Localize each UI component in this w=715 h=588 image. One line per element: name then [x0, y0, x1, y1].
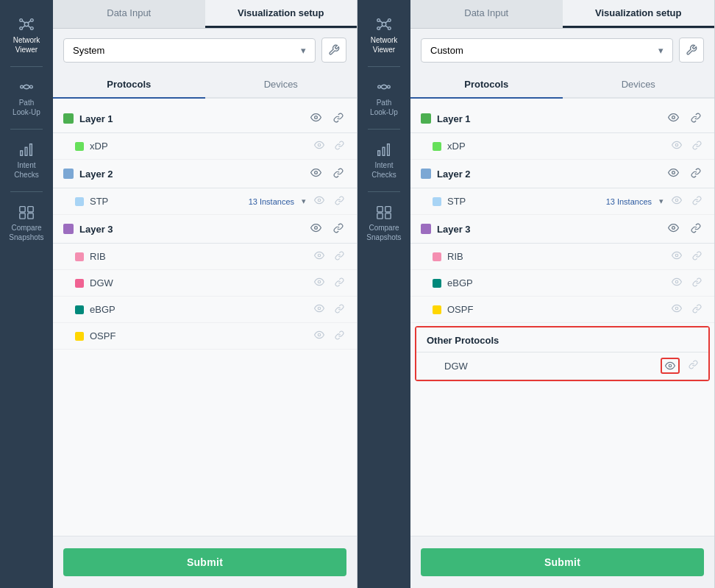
right-xdp-link-button[interactable]: [690, 139, 704, 154]
compare-snapshots-icon: [18, 204, 35, 220]
left-ospf-link-button[interactable]: [332, 329, 346, 344]
left-dgw-link-button[interactable]: [332, 276, 346, 291]
left-ebgp-eye-button[interactable]: [312, 302, 327, 317]
eye-icon-dimmed: [672, 250, 682, 261]
right-ebgp-link-button[interactable]: [690, 276, 704, 291]
left-ebgp-link-button[interactable]: [332, 302, 346, 317]
right-stp-eye-button[interactable]: [669, 194, 684, 209]
left-sub-tab-devices[interactable]: Devices: [205, 71, 358, 99]
right-ospf-eye-button[interactable]: [669, 302, 684, 317]
right-ospf-link-button[interactable]: [690, 302, 704, 317]
right-rib-eye-button[interactable]: [669, 249, 684, 264]
right-tab-viz-setup[interactable]: Visualization setup: [563, 0, 715, 28]
right-layer2-link-button[interactable]: [688, 166, 704, 182]
left-dropdown[interactable]: System ▾: [63, 38, 316, 63]
svg-point-49: [672, 227, 675, 230]
left-tabs-row: Data Input Visualization setup: [53, 0, 357, 29]
right-ebgp-eye-button[interactable]: [669, 275, 684, 291]
left-tab-viz-setup[interactable]: Visualization setup: [205, 0, 358, 28]
right-sub-tabs: Protocols Devices: [410, 71, 714, 99]
left-layer1-eye-button[interactable]: [307, 110, 324, 127]
mid-sidebar-item-intent-checks[interactable]: IntentChecks: [358, 132, 410, 188]
left-rib-label: RIB: [90, 251, 306, 262]
left-layer2-link-button[interactable]: [330, 166, 346, 182]
left-sub-tab-protocols[interactable]: Protocols: [53, 71, 205, 99]
right-layer3-color: [421, 224, 431, 234]
svg-point-30: [377, 27, 380, 30]
left-ospf-eye-button[interactable]: [312, 328, 327, 344]
right-sub-tab-devices[interactable]: Devices: [563, 71, 715, 99]
right-dropdown[interactable]: Custom ▾: [421, 38, 673, 63]
svg-line-34: [380, 26, 383, 28]
left-dropdown-chevron: ▾: [301, 45, 306, 56]
left-rib-eye-button[interactable]: [312, 249, 327, 264]
link-icon: [691, 168, 701, 178]
right-stp-link-button[interactable]: [690, 194, 704, 209]
eye-icon: [668, 222, 679, 233]
left-rib-item: RIB: [53, 244, 357, 270]
right-layer3-link-button[interactable]: [688, 222, 704, 237]
left-stp-chevron[interactable]: ▾: [302, 196, 306, 206]
left-stp-label: STP: [90, 196, 240, 207]
compare-snapshots-icon-mid: [376, 204, 392, 220]
left-xdp-eye-button[interactable]: [312, 138, 327, 154]
right-ebgp-item: eBGP: [410, 270, 714, 297]
sidebar-item-intent-checks-left[interactable]: IntentChecks: [0, 132, 53, 188]
sidebar-item-path-lookup-left[interactable]: PathLook-Up: [0, 70, 53, 126]
sidebar-item-compare-snapshots-left[interactable]: CompareSnapshots: [0, 195, 53, 251]
right-dgw-other-label: DGW: [444, 361, 468, 372]
right-dgw-other-link-button[interactable]: [689, 360, 698, 372]
left-sub-tabs: Protocols Devices: [53, 71, 357, 99]
right-rib-link-button[interactable]: [690, 249, 704, 264]
right-layer3-header: Layer 3: [410, 215, 714, 244]
right-wrench-button[interactable]: [679, 38, 704, 63]
svg-point-25: [318, 307, 321, 310]
right-tab-data-input[interactable]: Data Input: [410, 0, 563, 28]
svg-point-31: [388, 27, 391, 30]
link-icon-dimmed: [335, 330, 344, 340]
mid-sidebar-item-path-lookup[interactable]: PathLook-Up: [358, 70, 410, 126]
left-ebgp-label: eBGP: [90, 304, 306, 315]
svg-rect-44: [385, 213, 391, 219]
left-submit-button[interactable]: Submit: [63, 548, 346, 576]
svg-line-6: [28, 21, 31, 23]
other-protocols-container: Other Protocols DGW: [415, 326, 710, 381]
network-viewer-icon: [18, 16, 35, 32]
right-layer3-eye-button[interactable]: [665, 221, 682, 237]
mid-sidebar-item-network-viewer[interactable]: NetworkViewer: [358, 7, 410, 63]
left-wrench-button[interactable]: [321, 38, 346, 63]
right-layer1-eye-button[interactable]: [665, 110, 682, 127]
left-xdp-link-button[interactable]: [332, 139, 346, 154]
right-xdp-eye-button[interactable]: [669, 138, 684, 154]
right-ebgp-color: [433, 279, 441, 288]
left-layer3-eye-button[interactable]: [307, 221, 324, 237]
mid-sidebar-item-compare-snapshots[interactable]: CompareSnapshots: [358, 195, 410, 251]
left-stp-link-button[interactable]: [332, 194, 346, 209]
left-layer3-link-button[interactable]: [330, 222, 346, 237]
right-sub-tab-protocols[interactable]: Protocols: [410, 71, 563, 99]
right-stp-chevron[interactable]: ▾: [659, 196, 664, 206]
left-rib-link-button[interactable]: [332, 249, 346, 264]
right-layer1-link-button[interactable]: [688, 111, 704, 127]
left-dgw-eye-button[interactable]: [312, 275, 327, 291]
left-layer1-link-button[interactable]: [330, 111, 346, 127]
sidebar-item-network-viewer-left[interactable]: NetworkViewer: [0, 7, 53, 63]
svg-point-10: [30, 85, 33, 88]
left-xdp-item: xDP: [53, 133, 357, 160]
right-layer1-header: Layer 1: [410, 105, 714, 133]
right-dropdown-value: Custom: [430, 45, 463, 56]
left-layer2-eye-button[interactable]: [307, 166, 324, 182]
right-layer1-color: [421, 113, 431, 124]
link-icon-dimmed: [692, 277, 702, 287]
left-ospf-label: OSPF: [90, 330, 306, 341]
left-layer1-header: Layer 1: [53, 105, 357, 133]
right-submit-button[interactable]: Submit: [421, 548, 704, 576]
right-layer2-eye-button[interactable]: [665, 166, 682, 182]
right-xdp-label: xDP: [447, 141, 664, 152]
right-dgw-eye-highlighted-button[interactable]: [661, 358, 680, 374]
right-stp-label: STP: [447, 196, 597, 207]
left-tab-data-input[interactable]: Data Input: [53, 0, 205, 28]
right-layer2-header: Layer 2: [410, 160, 714, 188]
left-stp-eye-button[interactable]: [312, 194, 327, 209]
svg-point-28: [377, 19, 380, 22]
